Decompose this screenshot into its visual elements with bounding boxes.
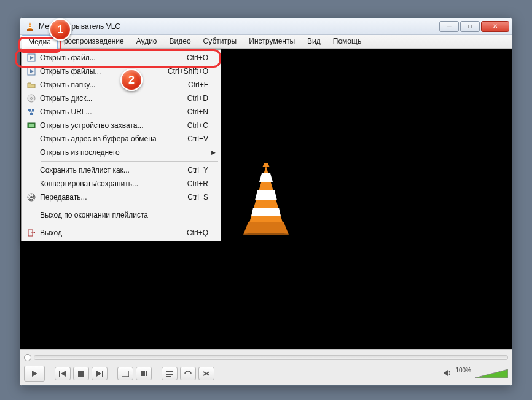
menu-item-label: Открыть адрес из буфера обмена — [40, 135, 187, 143]
menu-audio[interactable]: Аудио — [130, 35, 163, 49]
seek-knob[interactable] — [24, 354, 31, 361]
playlist-button[interactable] — [162, 367, 178, 380]
menu-item-label: Выход по окончании плейлиста — [40, 211, 208, 219]
svg-rect-21 — [166, 371, 173, 372]
submenu-arrow-icon: ▶ — [211, 149, 216, 155]
menu-item[interactable]: Передавать...Ctrl+S — [23, 190, 219, 204]
maximize-button[interactable]: □ — [460, 21, 480, 32]
menu-item-shortcut: Ctrl+V — [187, 135, 208, 143]
seek-bar[interactable] — [24, 352, 508, 363]
svg-rect-18 — [141, 371, 143, 376]
menu-item-shortcut: Ctrl+N — [187, 108, 208, 116]
svg-marker-0 — [28, 22, 32, 29]
svg-rect-22 — [166, 374, 173, 375]
minimize-button[interactable]: ─ — [439, 21, 459, 32]
menu-item-shortcut: Ctrl+C — [187, 121, 208, 130]
menu-item-shortcut: Ctrl+F — [188, 80, 208, 89]
svg-marker-7 — [255, 190, 277, 200]
menu-item-label: Выход — [40, 229, 187, 237]
menu-item-label: Открыть папку... — [40, 80, 188, 89]
menu-help[interactable]: Помощь — [327, 35, 367, 49]
svg-rect-20 — [146, 371, 147, 376]
folder-icon — [23, 80, 40, 89]
speaker-icon[interactable] — [443, 369, 452, 379]
svg-marker-30 — [30, 69, 34, 73]
svg-rect-34 — [32, 109, 34, 111]
window-buttons: ─ □ ✕ — [439, 21, 509, 32]
volume-slider[interactable] — [475, 368, 508, 379]
menu-video[interactable]: Видео — [163, 35, 197, 49]
menu-item-shortcut: Ctrl+Shift+O — [168, 67, 208, 76]
menu-playback[interactable]: роспроизведение — [58, 35, 130, 49]
play-file-icon — [23, 67, 40, 76]
stream-icon — [23, 193, 40, 202]
menu-item[interactable]: Конвертировать/сохранить...Ctrl+R — [23, 177, 219, 190]
menu-item[interactable]: Открыть из последнего▶ — [23, 146, 219, 159]
next-button[interactable] — [92, 367, 108, 380]
svg-point-38 — [30, 196, 33, 198]
menu-separator — [41, 206, 218, 206]
svg-rect-3 — [28, 27, 31, 28]
seek-track[interactable] — [34, 355, 508, 360]
titlebar[interactable]: Ме рыватель VLC ─ □ ✕ — [20, 18, 512, 35]
svg-rect-14 — [78, 371, 84, 377]
menu-item-shortcut: Ctrl+Q — [187, 229, 208, 237]
menubar: Медиа роспроизведение Аудио Видео Субтит… — [20, 35, 512, 49]
menu-item[interactable]: Открыть диск...Ctrl+D — [23, 92, 219, 105]
menu-item[interactable]: Сохранить плейлист как...Ctrl+Y — [23, 163, 219, 177]
volume-label: 100% — [455, 367, 471, 374]
svg-marker-5 — [262, 163, 270, 167]
exit-icon — [23, 229, 40, 237]
svg-rect-17 — [122, 371, 129, 377]
vlc-cone-icon — [25, 22, 35, 31]
menu-item-shortcut: Ctrl+Y — [187, 166, 208, 175]
shuffle-button[interactable] — [198, 367, 214, 380]
svg-marker-6 — [259, 173, 273, 182]
svg-rect-23 — [166, 376, 171, 377]
menu-item-shortcut: Ctrl+S — [187, 193, 208, 202]
prev-button[interactable] — [55, 367, 71, 380]
menu-item-label: Сохранить плейлист как... — [40, 166, 187, 175]
loop-button[interactable] — [180, 367, 196, 380]
menu-subtitles[interactable]: Субтитры — [197, 35, 243, 49]
menu-tools[interactable]: Инструменты — [243, 35, 301, 49]
menu-item-label: Передавать... — [40, 193, 187, 202]
disc-icon — [23, 94, 40, 103]
menu-item[interactable]: Выход по окончании плейлиста — [23, 208, 219, 222]
svg-marker-11 — [32, 371, 37, 377]
svg-rect-1 — [27, 29, 33, 31]
svg-rect-12 — [59, 371, 60, 377]
menu-item-shortcut: Ctrl+R — [187, 179, 208, 188]
annotation-highlight-open-file — [15, 49, 221, 68]
close-button[interactable]: ✕ — [481, 21, 509, 32]
svg-marker-13 — [61, 371, 66, 377]
network-icon — [23, 108, 40, 116]
menu-item-label: Открыть устройство захвата... — [40, 121, 187, 130]
menu-item[interactable]: ВыходCtrl+Q — [23, 226, 219, 240]
stop-button[interactable] — [73, 367, 89, 380]
menu-item-label: Открыть URL... — [40, 108, 187, 116]
svg-point-32 — [31, 98, 33, 100]
menu-item-label: Открыть файлы... — [40, 67, 168, 76]
capture-icon — [23, 121, 40, 130]
play-button[interactable] — [24, 366, 45, 382]
menu-item[interactable]: Открыть URL...Ctrl+N — [23, 105, 219, 119]
ext-settings-button[interactable] — [136, 367, 152, 380]
menu-separator — [41, 161, 218, 162]
window-title: Ме рыватель VLC — [39, 22, 439, 31]
menu-item-label: Открыть из последнего — [40, 148, 208, 157]
svg-rect-2 — [29, 25, 31, 26]
menu-item-label: Открыть диск... — [40, 94, 187, 103]
menu-item[interactable]: Открыть адрес из буфера обменаCtrl+V — [23, 132, 219, 146]
svg-rect-16 — [102, 371, 103, 377]
fullscreen-button[interactable] — [117, 367, 133, 380]
menu-item-shortcut: Ctrl+D — [187, 94, 208, 103]
menu-view[interactable]: Вид — [301, 35, 327, 49]
vlc-cone-logo — [232, 162, 300, 236]
controls-panel: 100% — [20, 349, 512, 385]
menu-item-label: Конвертировать/сохранить... — [40, 179, 187, 188]
svg-rect-33 — [28, 109, 31, 111]
annotation-badge-2: 2 — [120, 69, 143, 91]
menu-item[interactable]: Открыть устройство захвата...Ctrl+C — [23, 119, 219, 132]
svg-marker-24 — [444, 370, 448, 376]
